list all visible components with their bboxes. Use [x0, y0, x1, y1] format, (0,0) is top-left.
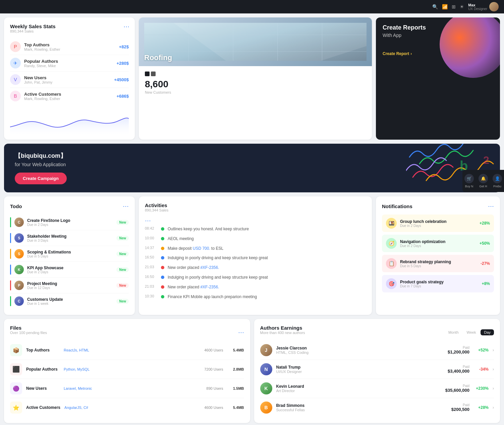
prebu-label: Prebu [493, 185, 501, 188]
todo-bar [10, 249, 11, 259]
todo-bar [10, 296, 11, 306]
file-size: 1.5MB [227, 386, 244, 390]
apps-icon[interactable]: ⊞ [452, 4, 456, 9]
activities-dots[interactable]: ⋯ [145, 217, 151, 224]
list-item: ⬛ Popular Authors Python, MySQL 7200 Use… [10, 360, 244, 379]
activity-link[interactable]: #XF-2356. [200, 265, 219, 270]
active-customers-names: Mark, Rowling, Esther [24, 97, 61, 101]
chevron-right-icon[interactable]: › [493, 367, 494, 372]
activity-dot [161, 285, 164, 289]
activity-time: 16:50 [145, 255, 158, 259]
reports-card: Create Reports With App Create Report › [376, 17, 500, 140]
sidebar-hint-item[interactable]: 🛒 Buy N [464, 174, 474, 188]
notif-item-due: Due in 2 Days [400, 224, 476, 228]
author-change: +28% [473, 405, 489, 410]
active-customers-label: Active Customers [24, 92, 61, 97]
activities-card: Activities 890,344 Sales ⋯ 08:42 Outline… [139, 196, 372, 315]
notif-item-title: Group lunch celebration [400, 219, 476, 224]
user-info: Max UX Designer [468, 2, 499, 11]
activity-time: 14:37 [145, 246, 158, 250]
chevron-right-icon[interactable]: › [493, 348, 494, 352]
brightness-icon[interactable]: ☀ [460, 4, 464, 9]
avatar: S [14, 233, 24, 243]
author-role: HTML, CSS Coding [276, 350, 444, 355]
author-amount: $1,200,000 [448, 349, 469, 355]
list-item: 10:30 Finance KPI Mobile app launch prep… [145, 292, 366, 302]
activities-list: 08:42 Outlines keep you honest. And keep… [145, 224, 366, 301]
files-dots[interactable]: ⋯ [238, 329, 244, 336]
file-users: 4600 Users [197, 348, 223, 352]
author-role: UI/UX Designer [276, 370, 444, 374]
buyn-label: Buy N [465, 185, 473, 188]
todo-dots[interactable]: ⋯ [123, 202, 129, 210]
buyn-icon: 🛒 [464, 174, 474, 183]
reports-subtitle: With App [383, 33, 493, 38]
file-tags: Laravel, Metronic [64, 386, 192, 390]
activity-link[interactable]: #XF-2356. [200, 285, 219, 289]
create-report-link[interactable]: Create Report › [383, 51, 493, 56]
avatar: K [260, 382, 272, 394]
notification-icon: 🍱 [386, 218, 397, 229]
todo-bar [10, 280, 11, 290]
notif-item-value: +50% [480, 241, 490, 246]
avatar: B [260, 402, 272, 414]
file-name: Popular Authors [26, 367, 60, 372]
campaign-brand: 【biqubiqu.com】 [15, 152, 67, 160]
activity-text: Indulging in poorly driving and keep str… [168, 275, 268, 280]
avatar[interactable] [489, 2, 499, 11]
weekly-sales-dots[interactable]: ⋯ [123, 23, 129, 30]
activity-dot [161, 295, 164, 298]
list-item: 16:50 Indulging in poorly driving and ke… [145, 273, 366, 282]
sidebar-hint-item[interactable]: 👤 Prebu [493, 174, 502, 188]
chevron-right-icon[interactable]: › [493, 386, 494, 391]
activity-link[interactable]: USD 700. [193, 246, 210, 251]
author-name: Natali Trump [276, 365, 444, 370]
file-icon: 📦 [10, 344, 22, 356]
popular-authors-names: Randy, Steve, Mike [24, 64, 58, 68]
top-authors-value: +82$ [119, 44, 129, 49]
file-icon: 🟣 [10, 382, 22, 394]
author-amount: $35,600,000 [445, 388, 469, 393]
row-1: ⋯ Weekly Sales Stats 890,344 Sales P Top… [4, 17, 500, 140]
notif-item-due: Due in 7 Days [400, 284, 479, 288]
todo-item-due: Due in 12 Days [27, 286, 113, 290]
top-authors-label: Top Authors [24, 42, 60, 47]
new-users-label: New Users [24, 75, 52, 80]
geth-label: Get H [479, 185, 487, 188]
activity-time: 21:03 [145, 284, 158, 288]
topbar: 🔍 📶 ⊞ ☀ Max UX Designer [0, 0, 504, 13]
row-4: Files Over 100 pending files ⋯ 📦 Top Aut… [4, 319, 500, 423]
activity-dot [161, 256, 164, 259]
day-tab[interactable]: Day [481, 329, 494, 335]
activities-subtitle: 890,344 Sales [145, 208, 366, 212]
activity-time: 10:00 [145, 236, 158, 240]
notifications-dots[interactable]: ⋯ [488, 202, 494, 210]
user-name: Max [468, 3, 487, 7]
search-icon[interactable]: 🔍 [432, 4, 438, 9]
paid-label: Paid [448, 365, 469, 369]
stats-row: B Active Customers Mark, Rowling, Esther… [10, 88, 129, 104]
list-item: 🟣 New Users Laravel, Metronic 890 Users … [10, 379, 244, 398]
sidebar-hint-item[interactable]: 🔔 Get H [479, 174, 488, 188]
month-tab[interactable]: Month [445, 329, 462, 335]
chevron-right-icon[interactable]: › [493, 405, 494, 410]
create-campaign-button[interactable]: Create Campaign [15, 173, 67, 184]
list-item: J Jessie Clarcson HTML, CSS Coding Paid … [260, 341, 494, 360]
sales-chart [10, 107, 129, 134]
campaign-subtitle: for Your Web Application [15, 162, 67, 167]
todo-item-name: Scoping & Estimations [27, 250, 113, 254]
author-amount: $3,400,000 [448, 369, 469, 374]
file-name: Active Customers [26, 405, 60, 410]
author-role: Successful Fellas [276, 408, 447, 412]
files-title: Files [10, 325, 47, 331]
week-tab[interactable]: Week [463, 329, 480, 335]
file-icon: ⭐ [10, 402, 22, 414]
list-item: N Natali Trump UI/UX Designer Paid $3,40… [260, 360, 494, 379]
active-customers-value: +686$ [116, 94, 129, 99]
list-item: 🍱 Group lunch celebration Due in 2 Days … [382, 215, 494, 232]
activity-text: New order placed #XF-2356. [168, 284, 219, 290]
file-name: Top Authors [26, 348, 60, 352]
activity-time: 08:42 [145, 226, 158, 230]
list-item: 16:50 Indulging in poorly driving and ke… [145, 253, 366, 263]
list-item: S Stakeholder Meeting Due in 3 Days New [10, 230, 129, 246]
